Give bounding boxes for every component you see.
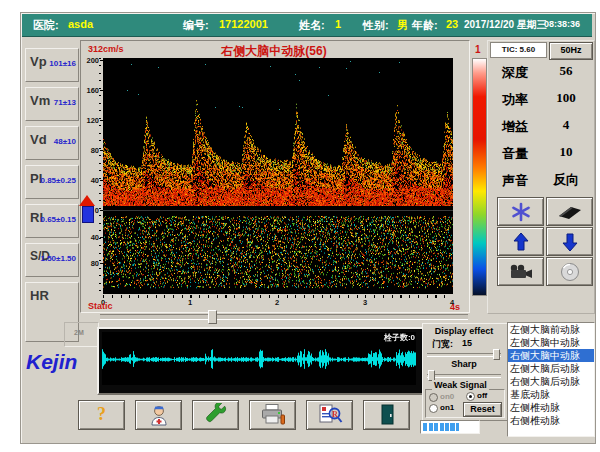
probe-frequency-label: 2M	[74, 329, 84, 336]
x-tick-3: 3	[359, 298, 371, 307]
vd-value: 48±10	[54, 137, 76, 146]
id-value: 17122001	[219, 18, 268, 30]
param-cell-sd[interactable]: S/D 1.50±1.50	[25, 243, 79, 277]
gate-slider-track[interactable]	[427, 353, 501, 357]
volume-value: 10	[546, 144, 586, 160]
review-report-button[interactable]: R	[306, 400, 353, 430]
snowflake-icon	[509, 202, 533, 222]
radio-on0[interactable]	[429, 393, 438, 402]
age-label: 年龄:	[412, 18, 438, 33]
print-button[interactable]	[249, 400, 296, 430]
emboli-count-label: 栓子数:0	[345, 332, 415, 343]
artery-item[interactable]: 右侧大脑后动脉	[508, 375, 594, 388]
eraser-icon	[557, 203, 583, 221]
y-tick-200: 200	[78, 56, 99, 65]
weak-signal-title: Weak Signal	[432, 380, 489, 390]
sharp-label: Sharp	[422, 359, 506, 369]
freeze-button[interactable]	[497, 197, 544, 226]
record-button[interactable]	[497, 257, 544, 286]
param-cell-vp[interactable]: Vp 101±16	[25, 48, 79, 82]
id-label: 编号:	[183, 18, 209, 33]
vp-value: 101±16	[49, 59, 76, 68]
artery-item-selected[interactable]: 右侧大脑中动脉	[508, 349, 594, 362]
time-display: 08:38:36	[544, 19, 580, 29]
help-button[interactable]: ?	[78, 400, 125, 430]
erase-button[interactable]	[546, 197, 593, 226]
baseline-marker-handle[interactable]	[82, 206, 94, 223]
filter-50hz-button[interactable]: 50Hz	[549, 42, 593, 60]
y-tick-80: 80	[78, 146, 99, 155]
printer-icon	[260, 403, 286, 427]
pi-value: 0.85±0.25	[40, 176, 76, 185]
artery-item[interactable]: 右侧椎动脉	[508, 414, 594, 427]
patient-info-button[interactable]	[135, 400, 182, 430]
gender-value: 男	[397, 18, 408, 33]
sd-value: 1.50±1.50	[40, 254, 76, 263]
artery-item[interactable]: 左侧大脑前动脉	[508, 323, 594, 336]
y-tick-40: 40	[78, 176, 99, 185]
param-cell-vm[interactable]: Vm 71±13	[25, 87, 79, 121]
gate-width-label: 门宽:	[432, 338, 453, 351]
y-tick-neg80: 80	[78, 259, 99, 268]
x-tick-1: 1	[184, 298, 196, 307]
gender-label: 性别:	[363, 18, 389, 33]
exit-button[interactable]	[363, 400, 410, 430]
param-cell-ri[interactable]: RI 0.65±0.15	[25, 204, 79, 238]
save-disk-button[interactable]	[546, 257, 593, 286]
question-icon: ?	[97, 404, 106, 424]
name-label: 姓名:	[299, 18, 325, 33]
arrow-up-icon	[512, 232, 530, 252]
sharp-slider-track[interactable]	[427, 374, 501, 378]
artery-item[interactable]: 基底动脉	[508, 388, 594, 401]
baseline-up-button[interactable]	[497, 227, 544, 256]
channel-label: 1	[475, 44, 481, 55]
y-tick-neg40: 40	[78, 233, 99, 242]
wrench-icon	[204, 403, 228, 427]
vp-label: Vp	[30, 54, 47, 69]
artery-item[interactable]: 左侧大脑中动脉	[508, 336, 594, 349]
time-scrollbar-thumb[interactable]	[208, 310, 217, 324]
param-cell-vd[interactable]: Vd 48±10	[25, 126, 79, 160]
sound-value: 反向	[546, 171, 586, 189]
ri-value: 0.65±0.15	[40, 215, 76, 224]
baseline-down-button[interactable]	[546, 227, 593, 256]
gate-width-value: 15	[462, 338, 472, 348]
vm-label: Vm	[30, 93, 50, 108]
hospital-value: asda	[68, 18, 93, 30]
disk-icon	[559, 262, 581, 282]
signal-level-bar	[420, 420, 480, 434]
hr-label: HR	[30, 288, 49, 303]
radio-on0-label: on0	[440, 392, 454, 401]
radio-off[interactable]	[466, 392, 475, 401]
power-label: 功率	[502, 91, 536, 109]
volume-label: 音量	[502, 145, 536, 163]
gain-value: 4	[546, 117, 586, 133]
radio-on1-label: on1	[440, 403, 454, 412]
y-tick-120: 120	[78, 116, 99, 125]
svg-text:R: R	[332, 410, 338, 419]
artery-item[interactable]: 左侧椎动脉	[508, 401, 594, 414]
hospital-label: 医院:	[33, 18, 59, 33]
signal-level-fill	[423, 423, 459, 431]
settings-button[interactable]	[192, 400, 239, 430]
status-label: Static	[88, 301, 113, 311]
display-effect-title: Display effect	[422, 326, 506, 336]
radio-off-label: off	[477, 391, 487, 400]
power-value: 100	[546, 90, 586, 106]
baseline-marker-arrow[interactable]	[79, 195, 95, 206]
age-value: 23	[446, 18, 458, 30]
param-cell-pi[interactable]: PI 0.85±0.25	[25, 165, 79, 199]
depth-label: 深度	[502, 64, 536, 82]
radio-on1[interactable]	[429, 404, 438, 413]
arrow-down-icon	[561, 232, 579, 252]
time-scrollbar-track[interactable]	[100, 314, 468, 320]
brand-logo: Kejin	[26, 350, 77, 374]
artery-listbox[interactable]: 左侧大脑前动脉 左侧大脑中动脉 右侧大脑中动脉 左侧大脑后动脉 右侧大脑后动脉 …	[507, 322, 595, 437]
sound-label: 声音	[502, 172, 536, 190]
reset-button[interactable]: Reset	[463, 402, 502, 417]
color-scale-bar	[472, 58, 487, 296]
artery-item[interactable]: 左侧大脑后动脉	[508, 362, 594, 375]
name-value: 1	[335, 18, 341, 30]
patient-icon	[147, 403, 171, 427]
spectrogram-canvas	[103, 58, 453, 294]
